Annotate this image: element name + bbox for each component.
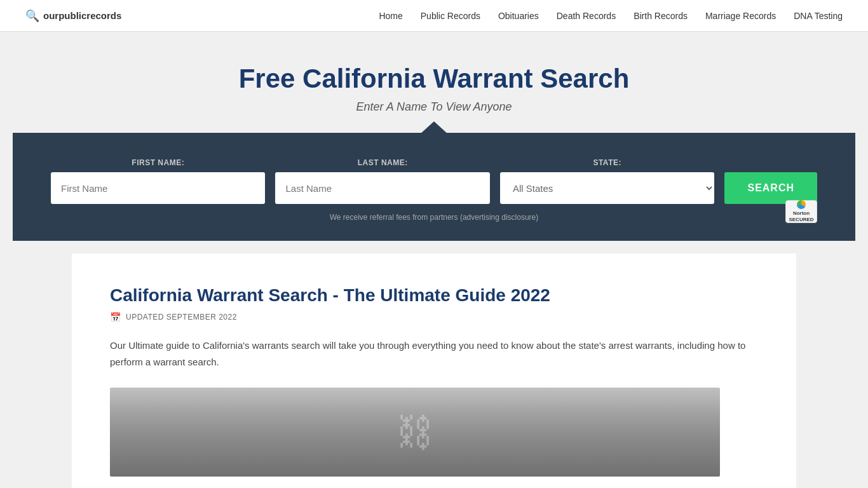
calendar-icon: 📅 xyxy=(110,312,121,322)
last-name-group: LAST NAME: xyxy=(275,158,489,204)
site-header: 🔍 ourpublicrecords HomePublic RecordsObi… xyxy=(0,0,868,32)
article-body: Our Ultimate guide to California's warra… xyxy=(110,337,758,370)
article-date: UPDATED SEPTEMBER 2022 xyxy=(126,313,237,322)
nav-link-dna-testing[interactable]: DNA Testing xyxy=(794,11,843,21)
logo-text: ourpublicrecords xyxy=(43,10,121,21)
search-button[interactable]: SEARCH xyxy=(724,172,817,204)
search-panel: FIRST NAME: LAST NAME: STATE: All States… xyxy=(13,133,855,241)
main-content: California Warrant Search - The Ultimate… xyxy=(72,254,796,488)
disclaimer-text: We receive referral fees from partners (… xyxy=(51,213,817,222)
main-nav: HomePublic RecordsObituariesDeath Record… xyxy=(379,10,843,22)
norton-text: NortonSECURED xyxy=(789,210,813,222)
nav-link-home[interactable]: Home xyxy=(379,11,402,21)
nav-link-marriage-records[interactable]: Marriage Records xyxy=(705,11,776,21)
state-select[interactable]: All StatesAlabamaAlaskaArizonaArkansasCa… xyxy=(500,172,714,204)
state-label: STATE: xyxy=(500,158,714,167)
handcuffs-image: ⛓ xyxy=(110,388,720,477)
norton-badge: NortonSECURED xyxy=(785,200,817,223)
nav-link-obituaries[interactable]: Obituaries xyxy=(498,11,539,21)
nav-link-death-records[interactable]: Death Records xyxy=(557,11,616,21)
content-wrapper: California Warrant Search - The Ultimate… xyxy=(0,241,868,488)
article-meta: 📅 UPDATED SEPTEMBER 2022 xyxy=(110,312,758,322)
nav-link-birth-records[interactable]: Birth Records xyxy=(634,11,688,21)
first-name-input[interactable] xyxy=(51,172,265,204)
state-group: STATE: All StatesAlabamaAlaskaArizonaArk… xyxy=(500,158,714,204)
page-title: Free California Warrant Search xyxy=(13,64,855,94)
site-logo[interactable]: 🔍 ourpublicrecords xyxy=(25,9,121,23)
article-image: ⛓ xyxy=(110,388,720,477)
first-name-label: FIRST NAME: xyxy=(51,158,265,167)
nav-link-public-records[interactable]: Public Records xyxy=(421,11,480,21)
hero-subtitle: Enter A Name To View Anyone xyxy=(13,100,855,114)
article-title: California Warrant Search - The Ultimate… xyxy=(110,285,758,306)
last-name-input[interactable] xyxy=(275,172,489,204)
first-name-group: FIRST NAME: xyxy=(51,158,265,204)
nav-list: HomePublic RecordsObituariesDeath Record… xyxy=(379,10,843,22)
hero-section: Free California Warrant Search Enter A N… xyxy=(0,32,868,241)
logo-icon: 🔍 xyxy=(25,9,39,23)
search-form: FIRST NAME: LAST NAME: STATE: All States… xyxy=(51,158,817,204)
norton-icon xyxy=(797,200,806,209)
last-name-label: LAST NAME: xyxy=(275,158,489,167)
